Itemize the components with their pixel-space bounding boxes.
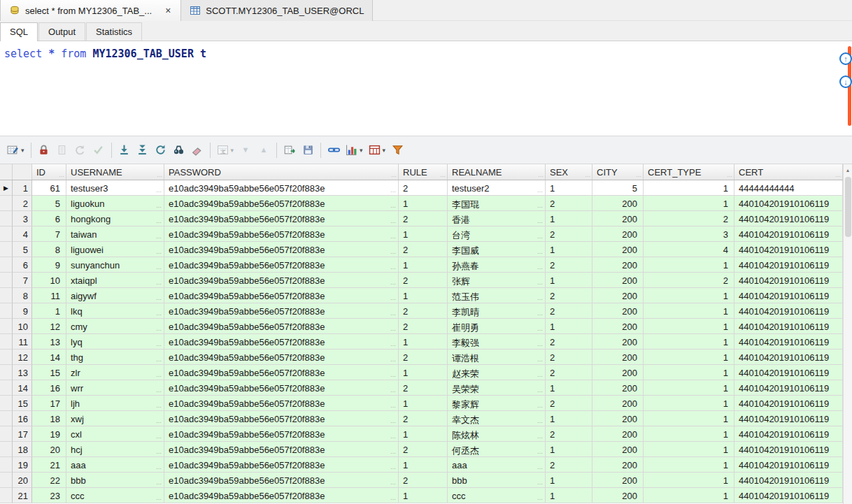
grid-cell-password[interactable]: e10adc3949ba59abbe56e057f20f883e… (164, 473, 399, 488)
grid-cell-id[interactable]: 21 (32, 457, 66, 473)
grid-cell-username[interactable]: hcj… (66, 442, 164, 457)
fetch-next-page-button[interactable] (115, 141, 134, 160)
row-number[interactable]: 2 (13, 196, 32, 211)
grid-cell-rule[interactable]: 1 (399, 334, 448, 350)
close-tab-icon[interactable]: × (164, 6, 172, 15)
grid-cell-cert[interactable]: 440104201910106119 (734, 242, 843, 257)
cell-expand-icon[interactable]: … (390, 280, 397, 286)
grid-cell-password[interactable]: e10adc3949ba59abbe56e057f20f883e… (164, 426, 399, 442)
cell-expand-icon[interactable]: … (156, 418, 162, 424)
grid-cell-city[interactable]: 200 (592, 396, 644, 411)
cell-expand-icon[interactable]: … (537, 341, 544, 347)
cell-expand-icon[interactable]: … (156, 310, 162, 317)
grid-cell-sex[interactable]: 1 (546, 211, 592, 226)
grid-cell-rule[interactable]: 1 (399, 457, 448, 473)
grid-cell-id[interactable]: 18 (32, 411, 66, 426)
grid-cell-sex[interactable]: 2 (546, 334, 592, 350)
row-number[interactable]: 12 (13, 350, 32, 365)
grid-cell-id[interactable]: 20 (32, 442, 66, 457)
row-number[interactable]: 11 (13, 334, 32, 350)
cell-expand-icon[interactable]: … (537, 249, 544, 255)
row-number[interactable]: 14 (13, 380, 32, 396)
row-number[interactable]: 3 (13, 211, 32, 226)
grid-cell-cert[interactable]: 440104201910106119 (734, 334, 843, 350)
grid-cell-id[interactable]: 15 (32, 365, 66, 380)
grid-cell-sex[interactable]: 2 (546, 426, 592, 442)
table-row[interactable]: 25liguokun…e10adc3949ba59abbe56e057f20f8… (0, 196, 843, 211)
grid-cell-sex[interactable]: 1 (546, 319, 592, 334)
table-row[interactable]: 69sunyanchun…e10adc3949ba59abbe56e057f20… (0, 257, 843, 273)
table-row[interactable]: 2123ccc…e10adc3949ba59abbe56e057f20f883e… (0, 488, 843, 503)
grid-cell-password[interactable]: e10adc3949ba59abbe56e057f20f883e… (164, 442, 399, 457)
cell-expand-icon[interactable]: … (156, 264, 162, 271)
grid-cell-realname[interactable]: 张辉… (448, 273, 546, 288)
grid-cell-cert[interactable]: 440104201910106119 (734, 257, 843, 273)
column-header-sex[interactable]: SEX… (546, 164, 592, 180)
grid-cell-username[interactable]: cmy… (66, 319, 164, 334)
grid-cell-rule[interactable]: 1 (399, 488, 448, 503)
table-row[interactable]: 1214thg…e10adc3949ba59abbe56e057f20f883e… (0, 350, 843, 365)
clear-results-button[interactable] (188, 141, 206, 160)
column-header-rule[interactable]: RULE… (399, 164, 448, 180)
grid-cell-cert_type[interactable]: 1 (644, 488, 734, 503)
grid-cell-city[interactable]: 5 (592, 180, 644, 196)
grid-cell-cert_type[interactable]: 1 (644, 180, 734, 196)
sql-editor[interactable]: select * from MY12306_TAB_USER t ↑ ↓ (0, 41, 852, 136)
grid-cell-username[interactable]: liguowei… (66, 242, 164, 257)
edit-data-button[interactable]: ▾ (4, 141, 27, 160)
cell-expand-icon[interactable]: … (390, 310, 397, 317)
cell-expand-icon[interactable]: … (537, 295, 544, 301)
table-row[interactable]: 91lkq…e10adc3949ba59abbe56e057f20f883e…2… (0, 303, 843, 319)
grid-cell-cert_type[interactable]: 1 (644, 411, 734, 426)
grid-cell-city[interactable]: 200 (592, 350, 644, 365)
grid-cell-cert[interactable]: 44444444444 (734, 180, 843, 196)
grid-cell-id[interactable]: 14 (32, 350, 66, 365)
grid-cell-cert_type[interactable]: 2 (644, 211, 734, 226)
cell-expand-icon[interactable]: … (390, 433, 397, 440)
grid-cell-realname[interactable]: 幸文杰… (448, 411, 546, 426)
row-number[interactable]: 6 (13, 257, 32, 273)
grid-cell-cert_type[interactable]: 2 (644, 273, 734, 288)
grid-cell-username[interactable]: thg… (66, 350, 164, 365)
cell-expand-icon[interactable]: … (390, 264, 397, 271)
tab-sql[interactable]: SQL (0, 22, 38, 41)
cell-expand-icon[interactable]: … (537, 372, 544, 378)
table-row[interactable]: 1416wrr…e10adc3949ba59abbe56e057f20f883e… (0, 380, 843, 396)
nav-down-button[interactable]: ↓ (839, 75, 852, 88)
cell-expand-icon[interactable]: … (537, 433, 544, 440)
cell-expand-icon[interactable]: … (156, 433, 162, 440)
grid-cell-username[interactable]: aigywf… (66, 288, 164, 303)
cell-expand-icon[interactable]: … (156, 233, 162, 240)
table-row[interactable]: 710xtaiqpl…e10adc3949ba59abbe56e057f20f8… (0, 273, 843, 288)
cell-expand-icon[interactable]: … (390, 464, 397, 470)
grid-cell-password[interactable]: e10adc3949ba59abbe56e057f20f883e… (164, 242, 399, 257)
grid-cell-cert[interactable]: 440104201910106119 (734, 473, 843, 488)
grid-cell-id[interactable]: 19 (32, 426, 66, 442)
row-number[interactable]: 15 (13, 396, 32, 411)
grid-cell-id[interactable]: 11 (32, 288, 66, 303)
grid-cell-rule[interactable]: 2 (399, 180, 448, 196)
cell-expand-icon[interactable]: … (390, 326, 397, 332)
grid-cell-username[interactable]: aaa… (66, 457, 164, 473)
grid-cell-rule[interactable]: 2 (399, 442, 448, 457)
cell-expand-icon[interactable]: … (537, 310, 544, 317)
grid-cell-rule[interactable]: 2 (399, 411, 448, 426)
post-changes-button[interactable] (90, 141, 108, 160)
table-row[interactable]: 811aigywf…e10adc3949ba59abbe56e057f20f88… (0, 288, 843, 303)
cell-expand-icon[interactable]: … (156, 357, 162, 363)
grid-cell-cert[interactable]: 440104201910106119 (734, 488, 843, 503)
column-header-username[interactable]: USERNAME… (66, 164, 164, 180)
grid-cell-cert[interactable]: 440104201910106119 (734, 196, 843, 211)
cell-expand-icon[interactable]: … (156, 341, 162, 347)
grid-cell-username[interactable]: xwj… (66, 411, 164, 426)
row-number[interactable]: 13 (13, 365, 32, 380)
cell-expand-icon[interactable]: … (156, 403, 162, 409)
grid-cell-realname[interactable]: 陈炫林… (448, 426, 546, 442)
grid-cell-sex[interactable]: 1 (546, 442, 592, 457)
grid-cell-cert[interactable]: 440104201910106119 (734, 288, 843, 303)
sort-descending-button[interactable]: ▼ (236, 141, 255, 160)
refresh-button[interactable] (152, 141, 170, 160)
cell-expand-icon[interactable]: … (390, 218, 397, 224)
scrollbar-thumb[interactable] (845, 177, 851, 237)
nav-up-button[interactable]: ↑ (839, 52, 852, 65)
